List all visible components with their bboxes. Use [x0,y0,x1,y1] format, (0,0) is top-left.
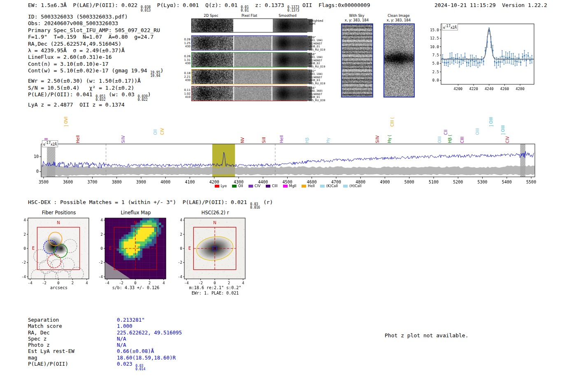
info-line: ID: 5003326033 (5003326033.pdf) [28,14,163,20]
stacked-uncertainty: 19.9519.94 [150,71,160,78]
match-field-value: 0.66(±0.08)Å [117,348,154,354]
info-line: RA,Dec (225.622574,49.516045) [28,41,163,47]
match-table-row: P(LAE)/P(OII)0.023 0.030.014 [28,361,182,367]
fiber-positions-plot [16,216,94,286]
info-line: F=1.9" T=0.159 N̅=1.07 A̅=0.80 g=24.7 [28,34,163,40]
spec2d-weighted-row: WeightedSum [191,19,307,32]
stacked-uncertainty: 0.13730.1373 [287,6,299,12]
spec2d-cutout-image [272,86,312,101]
match-field-label: mag [28,355,117,361]
spec2d-cutout-image [272,70,312,84]
match-field-label: RA, Dec [28,329,117,336]
info-line: Cont(n) = 3.10(±0.10)e-17 [28,61,163,67]
match-field-value: 1.000 [117,323,132,329]
match-table-row: Separation0.213281" [28,317,182,323]
legend-item: (K)CaII [320,184,338,188]
spec2d-cutout-image [192,19,233,32]
legend-label: CIII [272,184,277,188]
legend-swatch [266,185,270,188]
spectrum-legend: LyαOIICIVCIIIMgIIHeII(K)CaII(H)CaII [41,184,535,188]
spec2d-exposure-row: 0.281.254300.89"(383, 184)20240607v008_0… [191,35,307,51]
row-annotation: 1.56"(380, 369)20240607v008_01505_RU_039 [309,87,325,102]
legend-item: CIII [266,184,277,188]
match-field-value: 225.622622, 49.516095 [117,329,182,336]
stacked-uncertainty: 0.0380.013 [141,6,151,12]
spec2d-cutout-image [234,70,272,84]
legend-swatch [283,185,288,188]
emission-line-label: OII [153,129,158,135]
spec2d-cutout-image [192,70,233,84]
line-fit-ylabel: e-17x2Å [442,23,458,30]
spec2d-cutout-image [192,53,233,67]
with-sky-coords: x, y: 383, 184 [341,18,373,22]
match-field-label: Spec z [28,336,117,342]
lineflux-map-plot [93,216,171,286]
legend-item: MgII [283,184,297,188]
spec2d-rows: WeightedSum0.281.254300.89"(383, 184)202… [191,19,307,103]
row-scale-labels: 0.261.31430 [181,55,190,65]
legend-item: CIV [249,184,260,188]
full-spectrum-plot [25,140,543,185]
info-line: S/N = 10.5(±0.4) χ² = 1.2(±0.2) [28,85,163,91]
spec2d-col-header-smoothed: Smoothed [279,14,296,18]
stacked-uncertainty: 0.0390.022 [138,95,148,102]
info-line: LyA z = 2.4877 OII z = 0.1374 [28,102,163,108]
legend-swatch [232,185,237,188]
legend-label: (K)CaII [326,184,338,188]
hsc-caption-ewr: EWr: 1. PLAE: 0.021 [176,291,254,295]
spec2d-cutout-image [272,53,312,67]
legend-item: Lyα [215,184,227,188]
legend-label: (H)CaII [349,184,361,188]
legend-swatch [215,185,219,188]
clean-image-coords: x, y: 383, 184 [383,18,415,22]
emission-line-label: ] OIII [489,117,493,127]
legend-label: OII [238,184,243,188]
legend-label: MgII [289,184,297,188]
fiber-panel-title: Fiber Positions [28,210,90,216]
header-timestamp: 2024-10-21 11:15:29 Version 1.22.2 [434,2,547,8]
row-scale-labels: 0.281.25430 [181,38,190,49]
legend-swatch [302,185,306,188]
spec2d-exposure-row: 0.261.314300.58"(383, 184)20240607v008_0… [191,52,307,67]
hsc-caption-morphology: m:18.6 re:2.1" s:0.2" [176,285,254,290]
emission-line-labels: CII] OVIHeIISiIVOIICIVNVSiIIHeIIHβHγSiIV… [41,108,537,143]
row-annotation: 1.02"(383, 184)20240607v008_03505_RU_019 [309,70,325,85]
row-scale-labels: 0.111.02410 [181,88,190,99]
legend-item: (H)CaII [343,184,361,188]
emission-line-label: ] OVI [64,116,68,127]
emission-line-label: ] OIII [501,125,505,135]
legend-label: HeII [308,184,315,188]
info-line: λ = 4239.95Å σ = 2.49(±0.37)Å [28,47,163,54]
legend-label: CIV [255,184,260,188]
match-field-label: Est LyA rest-EW [28,348,117,354]
match-table-row: Photo zN/A [28,342,182,348]
spec2d-col-header-pixelflat: Pixel Flat [242,14,257,18]
stacked-uncertainty: 0.030.016 [250,203,260,209]
match-field-value: 0.023 0.030.014 [117,361,145,367]
hsc-panel-title: HSC(26.2) r [184,210,246,216]
with-sky-title: With Sky [341,14,373,18]
legend-swatch [249,185,253,188]
match-table-row: Spec zN/A [28,336,182,342]
spec2d-cutout-image [234,19,272,32]
clean-image-title: Clean Image [383,14,415,18]
stacked-uncertainty: 0.0510.032 [95,95,105,102]
legend-swatch [343,185,348,188]
legend-item: HeII [302,184,315,188]
info-line: Primary Spec_Slot_IFU_AMP: 505_097_022_R… [28,27,163,34]
match-field-value: N/A [117,336,126,342]
line-fit-plot [425,20,537,93]
info-line: Cont(w) = 5.10(±0.02)e-17 (gmag 19.94 19… [28,67,163,78]
info-block: ID: 5003326033 (5003326033.pdf)Obs: 2024… [28,14,163,108]
match-table-row: Est LyA rest-EW0.66(±0.08)Å [28,348,182,354]
match-table-row: mag18.60(18.59,18.60)R [28,355,182,361]
spec2d-col-header-2dspec: 2D Spec [204,14,218,18]
stacked-uncertainty: 0.010.01 [241,6,249,12]
spec2d-exposure-row: 0.111.024101.56"(380, 369)20240607v008_0… [191,86,307,101]
info-line: LineFlux = 2.60(±0.31)e-16 [28,54,163,60]
with-sky-image [341,23,373,97]
weighted-sum-label: WeightedSum [309,19,323,26]
spec2d-cutout-image [234,36,272,50]
spec2d-cutout-image [192,86,233,101]
hsc-cutout-plot [172,216,250,286]
